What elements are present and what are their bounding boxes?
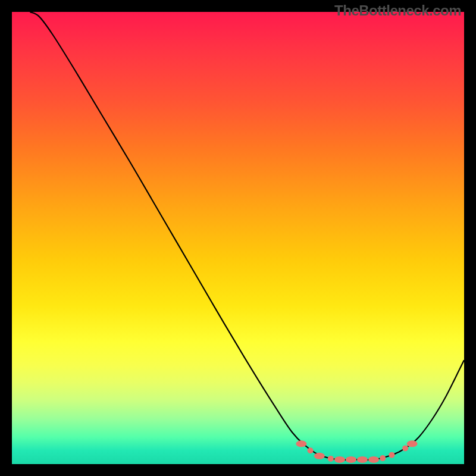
marker-oval bbox=[368, 456, 379, 463]
marker-oval bbox=[357, 456, 368, 463]
chart-plot-area bbox=[12, 12, 464, 464]
marker-oval bbox=[407, 440, 418, 447]
chart-svg bbox=[12, 12, 464, 464]
marker-dot bbox=[328, 456, 334, 462]
marker-dot bbox=[389, 452, 394, 458]
marker-dot bbox=[402, 445, 408, 451]
marker-oval bbox=[296, 440, 306, 447]
marker-dot bbox=[308, 447, 314, 453]
marker-oval bbox=[334, 456, 345, 463]
marker-oval bbox=[314, 453, 325, 459]
watermark-text: TheBottleneck.com bbox=[334, 2, 461, 19]
marker-dot bbox=[380, 455, 386, 461]
marker-oval bbox=[346, 456, 356, 463]
bottleneck-curve bbox=[30, 12, 464, 460]
